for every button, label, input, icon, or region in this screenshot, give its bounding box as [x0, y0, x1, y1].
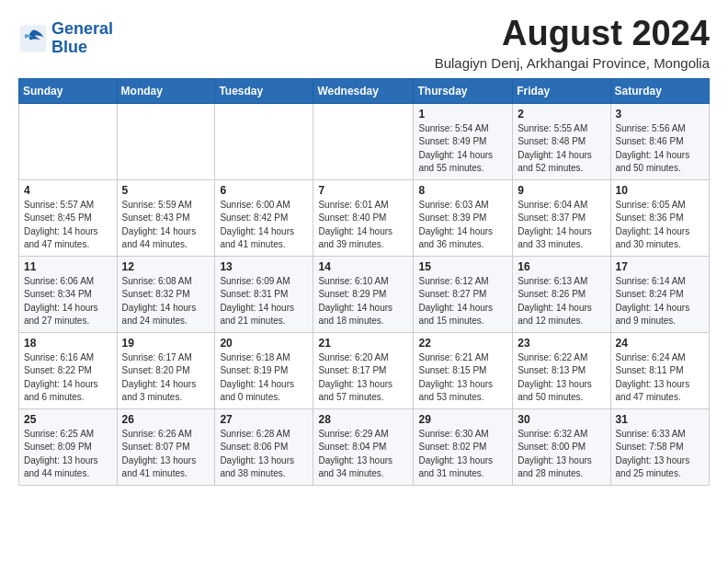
day-number: 8 — [418, 184, 507, 197]
calendar-cell — [313, 103, 414, 179]
calendar-cell: 26Sunrise: 6:26 AM Sunset: 8:07 PM Dayli… — [117, 408, 215, 485]
day-info: Sunrise: 6:33 AM Sunset: 7:58 PM Dayligh… — [616, 428, 704, 481]
calendar-cell: 4Sunrise: 5:57 AM Sunset: 8:45 PM Daylig… — [19, 179, 118, 256]
day-number: 28 — [318, 413, 408, 426]
day-number: 5 — [122, 184, 210, 197]
day-info: Sunrise: 6:16 AM Sunset: 8:22 PM Dayligh… — [24, 351, 112, 405]
day-info: Sunrise: 6:20 AM Sunset: 8:17 PM Dayligh… — [318, 351, 408, 405]
day-number: 21 — [318, 337, 408, 350]
day-number: 2 — [518, 108, 605, 121]
calendar-cell: 10Sunrise: 6:05 AM Sunset: 8:36 PM Dayli… — [610, 179, 709, 256]
day-info: Sunrise: 6:03 AM Sunset: 8:39 PM Dayligh… — [418, 199, 507, 252]
day-number: 25 — [24, 413, 112, 426]
day-info: Sunrise: 6:06 AM Sunset: 8:34 PM Dayligh… — [24, 275, 112, 328]
calendar-cell: 27Sunrise: 6:28 AM Sunset: 8:06 PM Dayli… — [215, 408, 313, 485]
week-row-4: 18Sunrise: 6:16 AM Sunset: 8:22 PM Dayli… — [19, 332, 710, 408]
calendar-cell: 3Sunrise: 5:56 AM Sunset: 8:46 PM Daylig… — [610, 103, 709, 179]
month-title: August 2024 — [435, 15, 710, 53]
col-wednesday: Wednesday — [313, 78, 414, 103]
day-number: 23 — [518, 337, 605, 350]
logo-text-line2: Blue — [51, 39, 113, 57]
week-row-1: 1Sunrise: 5:54 AM Sunset: 8:49 PM Daylig… — [19, 103, 710, 179]
week-row-3: 11Sunrise: 6:06 AM Sunset: 8:34 PM Dayli… — [19, 256, 710, 332]
week-row-5: 25Sunrise: 6:25 AM Sunset: 8:09 PM Dayli… — [19, 408, 710, 485]
day-info: Sunrise: 6:14 AM Sunset: 8:24 PM Dayligh… — [616, 275, 704, 328]
calendar-table: Sunday Monday Tuesday Wednesday Thursday… — [18, 78, 710, 486]
col-thursday: Thursday — [414, 78, 513, 103]
calendar-cell: 19Sunrise: 6:17 AM Sunset: 8:20 PM Dayli… — [117, 332, 215, 408]
calendar-cell: 12Sunrise: 6:08 AM Sunset: 8:32 PM Dayli… — [117, 256, 215, 332]
calendar-cell: 24Sunrise: 6:24 AM Sunset: 8:11 PM Dayli… — [610, 332, 709, 408]
calendar-cell — [117, 103, 215, 179]
day-info: Sunrise: 6:00 AM Sunset: 8:42 PM Dayligh… — [220, 199, 308, 252]
col-saturday: Saturday — [610, 78, 709, 103]
calendar-cell: 18Sunrise: 6:16 AM Sunset: 8:22 PM Dayli… — [19, 332, 118, 408]
location-subtitle: Bulagiyn Denj, Arkhangai Province, Mongo… — [435, 55, 710, 71]
week-row-2: 4Sunrise: 5:57 AM Sunset: 8:45 PM Daylig… — [19, 179, 710, 256]
day-info: Sunrise: 6:05 AM Sunset: 8:36 PM Dayligh… — [616, 199, 704, 252]
day-number: 31 — [616, 413, 704, 426]
calendar-cell: 31Sunrise: 6:33 AM Sunset: 7:58 PM Dayli… — [610, 408, 709, 485]
calendar-cell: 14Sunrise: 6:10 AM Sunset: 8:29 PM Dayli… — [313, 256, 414, 332]
calendar-cell: 13Sunrise: 6:09 AM Sunset: 8:31 PM Dayli… — [215, 256, 313, 332]
calendar-cell: 20Sunrise: 6:18 AM Sunset: 8:19 PM Dayli… — [215, 332, 313, 408]
day-info: Sunrise: 6:32 AM Sunset: 8:00 PM Dayligh… — [518, 428, 605, 481]
calendar-cell: 7Sunrise: 6:01 AM Sunset: 8:40 PM Daylig… — [313, 179, 414, 256]
day-info: Sunrise: 6:24 AM Sunset: 8:11 PM Dayligh… — [616, 351, 704, 405]
day-info: Sunrise: 5:56 AM Sunset: 8:46 PM Dayligh… — [616, 122, 704, 176]
col-sunday: Sunday — [19, 78, 118, 103]
day-number: 29 — [418, 413, 507, 426]
calendar-cell: 6Sunrise: 6:00 AM Sunset: 8:42 PM Daylig… — [215, 179, 313, 256]
day-info: Sunrise: 6:30 AM Sunset: 8:02 PM Dayligh… — [418, 428, 507, 481]
calendar-cell: 11Sunrise: 6:06 AM Sunset: 8:34 PM Dayli… — [19, 256, 118, 332]
day-number: 20 — [220, 337, 308, 350]
day-number: 11 — [24, 260, 112, 273]
day-info: Sunrise: 6:01 AM Sunset: 8:40 PM Dayligh… — [318, 199, 408, 252]
day-number: 15 — [418, 260, 507, 273]
day-number: 14 — [318, 260, 408, 273]
calendar-cell: 25Sunrise: 6:25 AM Sunset: 8:09 PM Dayli… — [19, 408, 118, 485]
day-number: 12 — [122, 260, 210, 273]
day-info: Sunrise: 6:26 AM Sunset: 8:07 PM Dayligh… — [122, 428, 210, 481]
day-number: 6 — [220, 184, 308, 197]
day-number: 13 — [220, 260, 308, 273]
day-info: Sunrise: 5:57 AM Sunset: 8:45 PM Dayligh… — [24, 199, 112, 252]
day-number: 27 — [220, 413, 308, 426]
calendar-cell: 15Sunrise: 6:12 AM Sunset: 8:27 PM Dayli… — [414, 256, 513, 332]
day-number: 1 — [418, 108, 507, 121]
calendar-cell — [215, 103, 313, 179]
day-info: Sunrise: 6:22 AM Sunset: 8:13 PM Dayligh… — [518, 351, 605, 405]
day-number: 9 — [518, 184, 605, 197]
logo-text-line1: General — [51, 20, 113, 39]
day-info: Sunrise: 6:12 AM Sunset: 8:27 PM Dayligh… — [418, 275, 507, 328]
day-info: Sunrise: 6:28 AM Sunset: 8:06 PM Dayligh… — [220, 428, 308, 481]
day-info: Sunrise: 6:21 AM Sunset: 8:15 PM Dayligh… — [418, 351, 507, 405]
day-info: Sunrise: 5:54 AM Sunset: 8:49 PM Dayligh… — [418, 122, 507, 176]
logo: General Blue — [18, 20, 113, 57]
day-info: Sunrise: 6:08 AM Sunset: 8:32 PM Dayligh… — [122, 275, 210, 328]
day-number: 7 — [318, 184, 408, 197]
page-header: General Blue August 2024 Bulagiyn Denj, … — [18, 15, 710, 71]
generalblue-logo-icon — [18, 24, 48, 53]
calendar-cell: 22Sunrise: 6:21 AM Sunset: 8:15 PM Dayli… — [414, 332, 513, 408]
day-info: Sunrise: 5:55 AM Sunset: 8:48 PM Dayligh… — [518, 122, 605, 176]
day-number: 22 — [418, 337, 507, 350]
calendar-cell: 29Sunrise: 6:30 AM Sunset: 8:02 PM Dayli… — [414, 408, 513, 485]
day-number: 24 — [616, 337, 704, 350]
day-info: Sunrise: 6:04 AM Sunset: 8:37 PM Dayligh… — [518, 199, 605, 252]
day-number: 26 — [122, 413, 210, 426]
calendar-cell: 2Sunrise: 5:55 AM Sunset: 8:48 PM Daylig… — [513, 103, 610, 179]
day-number: 4 — [24, 184, 112, 197]
day-number: 18 — [24, 337, 112, 350]
calendar-cell: 5Sunrise: 5:59 AM Sunset: 8:43 PM Daylig… — [117, 179, 215, 256]
day-info: Sunrise: 6:29 AM Sunset: 8:04 PM Dayligh… — [318, 428, 408, 481]
calendar-header-row: Sunday Monday Tuesday Wednesday Thursday… — [19, 78, 710, 103]
day-info: Sunrise: 6:18 AM Sunset: 8:19 PM Dayligh… — [220, 351, 308, 405]
day-info: Sunrise: 6:09 AM Sunset: 8:31 PM Dayligh… — [220, 275, 308, 328]
col-tuesday: Tuesday — [215, 78, 313, 103]
day-info: Sunrise: 6:25 AM Sunset: 8:09 PM Dayligh… — [24, 428, 112, 481]
calendar-cell: 28Sunrise: 6:29 AM Sunset: 8:04 PM Dayli… — [313, 408, 414, 485]
calendar-cell: 16Sunrise: 6:13 AM Sunset: 8:26 PM Dayli… — [513, 256, 610, 332]
day-info: Sunrise: 6:13 AM Sunset: 8:26 PM Dayligh… — [518, 275, 605, 328]
day-info: Sunrise: 6:17 AM Sunset: 8:20 PM Dayligh… — [122, 351, 210, 405]
